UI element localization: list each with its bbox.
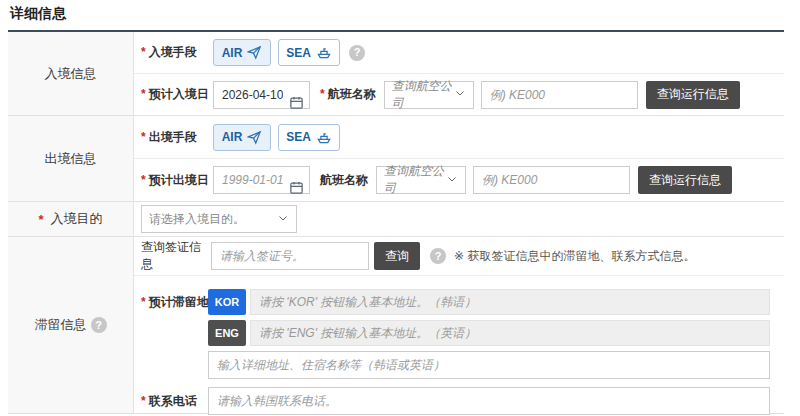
entry-airline-select-value: 查询航空公司 xyxy=(392,78,454,112)
airplane-icon xyxy=(247,45,262,60)
entry-purpose-header-label: 入境目的 xyxy=(51,210,103,228)
entry-date-label: *预计入境日 xyxy=(141,86,207,103)
eng-address-line: ENG xyxy=(141,320,770,346)
exit-info-header: 出境信息 xyxy=(8,116,134,201)
exit-method-subrow: *出境手段 AIR SEA xyxy=(134,116,784,158)
entry-airline-select[interactable]: 查询航空公司 xyxy=(384,81,474,109)
exit-air-button[interactable]: AIR xyxy=(213,124,271,151)
required-mark: * xyxy=(141,45,146,59)
exit-air-label: AIR xyxy=(222,130,243,144)
required-mark: * xyxy=(141,394,146,408)
visa-number-input[interactable] xyxy=(211,242,369,270)
entry-date-subrow: *预计入境日 *航班名称 查询航空公司 查询运行信息 xyxy=(134,73,784,115)
entry-purpose-row: * 入境目的 请选择入境目的。 xyxy=(8,202,784,237)
eng-address-button[interactable]: ENG xyxy=(208,320,246,346)
ship-icon xyxy=(316,130,332,145)
exit-sea-label: SEA xyxy=(286,130,311,144)
visa-note: ※ 获取签证信息中的滞留地、联系方式信息。 xyxy=(454,248,695,265)
kor-address-button[interactable]: KOR xyxy=(208,289,246,315)
exit-date-input[interactable] xyxy=(213,166,310,194)
entry-method-subrow: *入境手段 AIR SEA ? xyxy=(134,32,784,73)
entry-purpose-subrow: 请选择入境目的。 xyxy=(134,202,784,236)
visa-search-button[interactable]: 查询 xyxy=(374,242,420,270)
entry-air-button[interactable]: AIR xyxy=(213,39,271,66)
required-mark: * xyxy=(320,87,325,101)
stay-info-row: 滞留信息 ? 查询签证信息 查询 ? ※ 获取签证信息中的滞留地、联系方式信息。… xyxy=(8,237,784,413)
kor-address-input[interactable] xyxy=(250,289,770,315)
kor-address-line: *预计滞留地 KOR xyxy=(141,289,770,315)
exit-date-field xyxy=(213,166,310,194)
eng-address-input[interactable] xyxy=(250,320,770,346)
phone-input[interactable] xyxy=(208,387,770,415)
exit-method-label: *出境手段 xyxy=(141,129,207,146)
exit-sea-button[interactable]: SEA xyxy=(278,124,340,151)
entry-date-input[interactable] xyxy=(213,81,310,109)
required-mark: * xyxy=(141,87,146,101)
entry-date-field xyxy=(213,81,310,109)
detail-address-line xyxy=(141,351,770,379)
chevron-down-icon xyxy=(277,212,289,227)
entry-info-header-label: 入境信息 xyxy=(45,65,97,83)
exit-info-row: 出境信息 *出境手段 AIR SEA *预计出境日 xyxy=(8,116,784,202)
entry-purpose-header: * 入境目的 xyxy=(8,202,134,236)
required-mark: * xyxy=(141,130,146,144)
entry-purpose-select-value: 请选择入境目的。 xyxy=(149,211,245,228)
visa-query-subrow: 查询签证信息 查询 ? ※ 获取签证信息中的滞留地、联系方式信息。 xyxy=(134,237,784,275)
exit-info-header-label: 出境信息 xyxy=(45,150,97,168)
stay-info-help-icon[interactable]: ? xyxy=(91,317,107,333)
exit-date-label: *预计出境日 xyxy=(141,172,207,189)
entry-info-header: 入境信息 xyxy=(8,32,134,115)
detail-address-input[interactable] xyxy=(208,351,770,379)
page-title: 详细信息 xyxy=(10,5,66,23)
visa-query-label: 查询签证信息 xyxy=(141,239,207,273)
entry-sea-button[interactable]: SEA xyxy=(278,39,340,66)
chevron-down-icon xyxy=(446,173,458,188)
entry-air-label: AIR xyxy=(222,46,243,60)
exit-flight-input[interactable] xyxy=(473,166,630,194)
stay-address-subrow: *预计滞留地 KOR ENG xyxy=(134,275,784,416)
entry-flight-label: *航班名称 xyxy=(320,86,376,103)
detail-info-form: 详细信息 入境信息 *入境手段 AIR SEA ? xyxy=(0,0,800,416)
phone-line: *联系电话 xyxy=(141,387,770,415)
stay-info-header-label: 滞留信息 xyxy=(35,316,87,334)
entry-flight-input[interactable] xyxy=(481,81,638,109)
exit-search-flight-button[interactable]: 查询运行信息 xyxy=(638,166,732,194)
required-mark: * xyxy=(141,295,146,309)
entry-sea-label: SEA xyxy=(286,46,311,60)
exit-flight-label: 航班名称 xyxy=(320,172,368,189)
phone-label: *联系电话 xyxy=(141,393,207,410)
entry-search-flight-button[interactable]: 查询运行信息 xyxy=(646,81,740,109)
ship-icon xyxy=(316,45,332,60)
stay-info-header: 滞留信息 ? xyxy=(8,237,134,413)
detail-info-table: 入境信息 *入境手段 AIR SEA ? *预计入境日 xyxy=(8,30,784,414)
chevron-down-icon xyxy=(454,87,466,102)
exit-date-subrow: *预计出境日 航班名称 查询航空公司 查询运行信息 xyxy=(134,158,784,201)
required-mark: * xyxy=(141,173,146,187)
exit-airline-select-value: 查询航空公司 xyxy=(384,163,446,197)
airplane-icon xyxy=(247,130,262,145)
entry-method-label: *入境手段 xyxy=(141,44,207,61)
exit-airline-select[interactable]: 查询航空公司 xyxy=(376,166,466,194)
entry-method-help-icon[interactable]: ? xyxy=(349,45,365,61)
entry-purpose-select[interactable]: 请选择入境目的。 xyxy=(141,205,297,233)
required-mark: * xyxy=(38,212,43,227)
stay-address-label: *预计滞留地 xyxy=(141,294,207,311)
entry-info-row: 入境信息 *入境手段 AIR SEA ? *预计入境日 xyxy=(8,32,784,116)
visa-help-icon[interactable]: ? xyxy=(430,248,446,264)
